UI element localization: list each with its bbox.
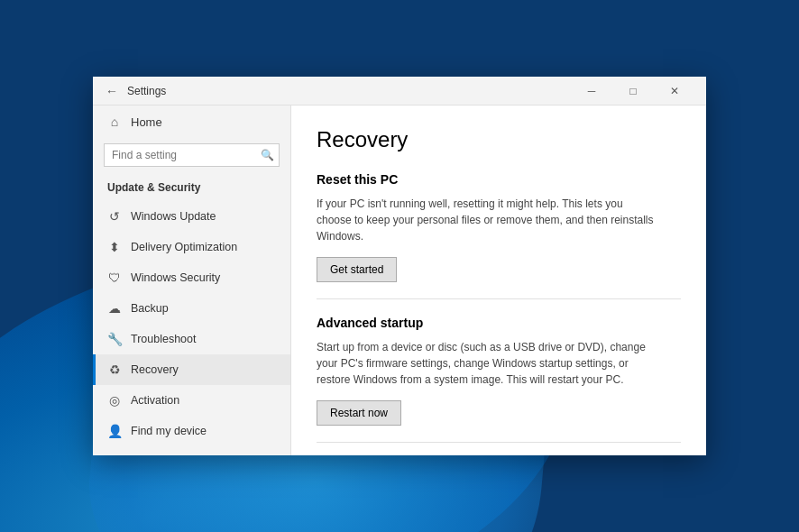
- advanced-section-title: Advanced startup: [317, 316, 681, 330]
- sidebar-item-label: Activation: [131, 394, 179, 407]
- sidebar: ⌂ Home 🔍 Update & Security ↺ Windows Upd…: [93, 105, 291, 455]
- divider-1: [317, 298, 681, 299]
- close-button[interactable]: ✕: [654, 77, 695, 105]
- window-title: Settings: [127, 85, 571, 97]
- sidebar-item-label: Delivery Optimization: [131, 241, 237, 253]
- sidebar-item-delivery-optimization[interactable]: ⬍ Delivery Optimization: [93, 232, 290, 262]
- troubleshoot-icon: 🔧: [107, 332, 122, 346]
- sidebar-item-label: Find my device: [131, 425, 207, 437]
- windows-update-icon: ↺: [107, 209, 122, 224]
- sidebar-item-find-my-device[interactable]: 👤 Find my device: [93, 416, 290, 446]
- title-bar: ← Settings ─ □ ✕: [93, 77, 706, 105]
- find-my-device-icon: 👤: [107, 424, 122, 438]
- settings-window: ← Settings ─ □ ✕ ⌂ Home 🔍 Up: [93, 77, 706, 455]
- recovery-icon: ♻: [107, 362, 122, 377]
- sidebar-section-title: Update & Security: [93, 176, 290, 201]
- back-button[interactable]: ←: [104, 83, 120, 99]
- search-input[interactable]: [104, 143, 280, 167]
- sidebar-item-activation[interactable]: ◎ Activation: [93, 385, 290, 416]
- activation-icon: ◎: [107, 393, 122, 408]
- sidebar-item-windows-security[interactable]: 🛡 Windows Security: [93, 262, 290, 293]
- minimize-button[interactable]: ─: [571, 77, 612, 105]
- divider-2: [317, 442, 681, 443]
- sidebar-home-button[interactable]: ⌂ Home: [93, 105, 290, 138]
- window-body: ⌂ Home 🔍 Update & Security ↺ Windows Upd…: [93, 105, 706, 455]
- backup-icon: ☁: [107, 301, 122, 316]
- sidebar-item-recovery[interactable]: ♻ Recovery: [93, 354, 290, 385]
- reset-section-description: If your PC isn't running well, resetting…: [317, 196, 659, 244]
- page-title: Recovery: [317, 127, 681, 152]
- main-panel: Recovery Reset this PC If your PC isn't …: [291, 105, 706, 455]
- reset-section-title: Reset this PC: [317, 172, 681, 187]
- get-started-button[interactable]: Get started: [317, 257, 397, 282]
- sidebar-item-label: Windows Update: [131, 210, 216, 223]
- advanced-startup-section: Advanced startup Start up from a device …: [317, 316, 681, 426]
- sidebar-item-label: Backup: [131, 302, 169, 315]
- maximize-button[interactable]: □: [612, 77, 654, 105]
- reset-pc-section: Reset this PC If your PC isn't running w…: [317, 172, 681, 282]
- advanced-section-description: Start up from a device or disc (such as …: [317, 339, 659, 388]
- window-controls: ─ □ ✕: [571, 77, 695, 105]
- sidebar-item-troubleshoot[interactable]: 🔧 Troubleshoot: [93, 324, 290, 354]
- sidebar-item-windows-update[interactable]: ↺ Windows Update: [93, 201, 290, 232]
- windows-security-icon: 🛡: [107, 271, 122, 285]
- sidebar-item-backup[interactable]: ☁ Backup: [93, 293, 290, 324]
- home-label: Home: [131, 115, 162, 129]
- sidebar-item-label: Windows Security: [131, 271, 220, 284]
- search-icon: 🔍: [261, 149, 274, 161]
- delivery-optimization-icon: ⬍: [107, 240, 122, 254]
- sidebar-item-label: Recovery: [131, 363, 179, 376]
- search-box: 🔍: [104, 143, 280, 167]
- sidebar-item-label: Troubleshoot: [131, 333, 197, 345]
- home-icon: ⌂: [107, 115, 122, 129]
- restart-now-button[interactable]: Restart now: [317, 400, 401, 426]
